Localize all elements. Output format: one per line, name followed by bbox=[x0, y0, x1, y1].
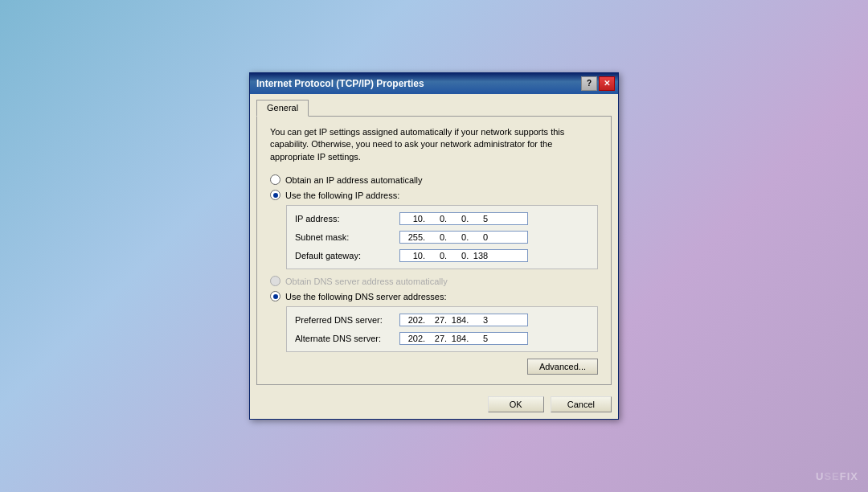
title-bar: Internet Protocol (TCP/IP) Properties ? … bbox=[250, 73, 618, 94]
ip-address-input[interactable]: 10 . 0 . 0 . 5 bbox=[399, 212, 528, 225]
content-area: You can get IP settings assigned automat… bbox=[256, 116, 612, 385]
adns-d: 5 bbox=[469, 334, 488, 343]
alternate-dns-row: Alternate DNS server: 202 . 27 . 184 . 5 bbox=[295, 332, 589, 345]
subnet-d: 0 bbox=[469, 232, 488, 242]
radio-manual-ip[interactable] bbox=[270, 190, 280, 200]
adns-a: 202 bbox=[403, 334, 423, 343]
dns-section: Obtain DNS server address automatically … bbox=[270, 276, 598, 375]
pdns-c: 184 bbox=[447, 315, 466, 325]
tab-bar: General bbox=[250, 94, 618, 116]
window-title: Internet Protocol (TCP/IP) Properties bbox=[253, 78, 581, 89]
gw-a: 10 bbox=[403, 251, 423, 260]
ok-button[interactable]: OK bbox=[488, 396, 544, 412]
watermark: USEFIX bbox=[816, 470, 858, 482]
title-bar-buttons: ? ✕ bbox=[581, 76, 615, 91]
adns-c: 184 bbox=[447, 334, 466, 343]
gateway-label: Default gateway: bbox=[295, 251, 399, 260]
radio-manual-ip-label: Use the following IP address: bbox=[285, 191, 399, 200]
preferred-dns-label: Preferred DNS server: bbox=[295, 315, 399, 325]
adns-b: 27 bbox=[425, 334, 444, 343]
ip-b: 0 bbox=[425, 214, 444, 223]
gateway-row: Default gateway: 10 . 0 . 0 . 138 bbox=[295, 249, 589, 262]
watermark-text: USEFIX bbox=[816, 470, 858, 482]
subnet-c: 0 bbox=[447, 232, 466, 242]
subnet-mask-input[interactable]: 255 . 0 . 0 . 0 bbox=[399, 231, 528, 244]
radio-auto-dns-label: Obtain DNS server address automatically bbox=[285, 277, 448, 286]
ip-fields-section: IP address: 10 . 0 . 0 . 5 Subnet mask: … bbox=[286, 205, 598, 269]
cancel-button[interactable]: Cancel bbox=[551, 396, 612, 412]
bottom-bar: OK Cancel bbox=[250, 392, 618, 419]
gw-c: 0 bbox=[447, 251, 466, 260]
tab-general[interactable]: General bbox=[256, 100, 309, 117]
radio-auto-dns-row[interactable]: Obtain DNS server address automatically bbox=[270, 276, 598, 286]
radio-manual-dns[interactable] bbox=[270, 291, 280, 301]
ip-address-label: IP address: bbox=[295, 214, 399, 223]
radio-auto-ip-label: Obtain an IP address automatically bbox=[285, 175, 422, 185]
advanced-button[interactable]: Advanced... bbox=[527, 359, 598, 375]
ip-a: 10 bbox=[403, 214, 423, 223]
alternate-dns-label: Alternate DNS server: bbox=[295, 334, 399, 343]
subnet-mask-row: Subnet mask: 255 . 0 . 0 . 0 bbox=[295, 231, 589, 244]
radio-manual-dns-label: Use the following DNS server addresses: bbox=[285, 292, 447, 301]
pdns-a: 202 bbox=[403, 315, 423, 325]
gw-b: 0 bbox=[425, 251, 444, 260]
subnet-b: 0 bbox=[425, 232, 444, 242]
description-text: You can get IP settings assigned automat… bbox=[270, 126, 598, 163]
alternate-dns-input[interactable]: 202 . 27 . 184 . 5 bbox=[399, 332, 528, 345]
ip-address-row: IP address: 10 . 0 . 0 . 5 bbox=[295, 212, 589, 225]
radio-manual-ip-row[interactable]: Use the following IP address: bbox=[270, 190, 598, 200]
advanced-row: Advanced... bbox=[270, 359, 598, 375]
preferred-dns-row: Preferred DNS server: 202 . 27 . 184 . 3 bbox=[295, 314, 589, 326]
help-button[interactable]: ? bbox=[581, 76, 597, 91]
dialog-window: Internet Protocol (TCP/IP) Properties ? … bbox=[249, 72, 619, 420]
radio-auto-ip-row[interactable]: Obtain an IP address automatically bbox=[270, 174, 598, 185]
pdns-b: 27 bbox=[425, 315, 444, 325]
gateway-input[interactable]: 10 . 0 . 0 . 138 bbox=[399, 249, 528, 262]
ip-c: 0 bbox=[447, 214, 466, 223]
radio-manual-dns-row[interactable]: Use the following DNS server addresses: bbox=[270, 291, 598, 301]
pdns-d: 3 bbox=[469, 315, 488, 325]
radio-auto-ip[interactable] bbox=[270, 174, 280, 185]
ip-d: 5 bbox=[469, 214, 488, 223]
close-button[interactable]: ✕ bbox=[599, 76, 615, 91]
subnet-a: 255 bbox=[403, 232, 423, 242]
gw-d: 138 bbox=[469, 251, 488, 260]
subnet-mask-label: Subnet mask: bbox=[295, 232, 399, 242]
dns-fields-section: Preferred DNS server: 202 . 27 . 184 . 3… bbox=[286, 306, 598, 352]
radio-auto-dns[interactable] bbox=[270, 276, 280, 286]
preferred-dns-input[interactable]: 202 . 27 . 184 . 3 bbox=[399, 314, 528, 326]
